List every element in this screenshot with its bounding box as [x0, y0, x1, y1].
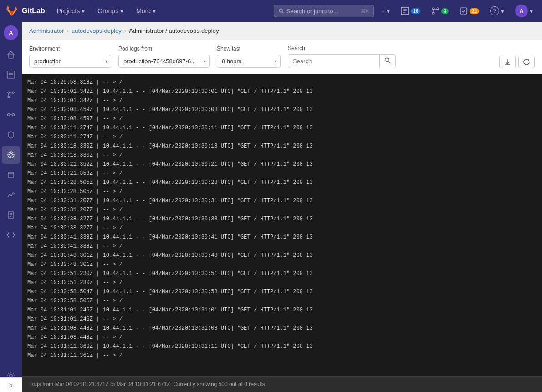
- nav-more[interactable]: More: [132, 5, 160, 17]
- nav-mr-btn[interactable]: 3: [428, 4, 452, 18]
- sidebar-item-security[interactable]: [2, 126, 20, 144]
- more-chevron-icon: [153, 7, 156, 15]
- sidebar-item-issues[interactable]: [2, 66, 20, 84]
- pod-group: Pod logs from production-764c58d697-6...: [118, 46, 210, 68]
- user-chevron-icon: [530, 7, 533, 15]
- packages-icon: [7, 171, 15, 179]
- time-group: Show last 1 hour 3 hours 8 hours 24 hour…: [217, 46, 281, 68]
- environment-select[interactable]: production staging development: [29, 55, 111, 68]
- log-line: Mar 04 10:29:58.318Z | -- > /: [22, 78, 542, 87]
- nav-plus-btn[interactable]: +: [378, 5, 394, 17]
- log-line: Mar 04 10:31:08.448Z | -- > /: [22, 333, 542, 342]
- log-container[interactable]: Mar 04 10:29:58.318Z | -- > /Mar 04 10:3…: [22, 74, 542, 376]
- pod-label: Pod logs from: [118, 46, 210, 52]
- sidebar-item-packages[interactable]: [2, 166, 20, 184]
- shield-icon: [7, 131, 15, 139]
- mr-sidebar-icon: [7, 91, 15, 99]
- search-group: Search: [288, 45, 396, 68]
- status-bar: Logs from Mar 04 02:31:21.671Z to Mar 04…: [22, 376, 542, 392]
- projects-chevron-icon: [82, 7, 85, 15]
- nav-projects[interactable]: Projects: [52, 5, 90, 17]
- log-line: Mar 04 10:30:58.505Z | -- > /: [22, 296, 542, 305]
- analytics-icon: [7, 191, 15, 199]
- log-line: Mar 04 10:31:11.361Z | -- > /: [22, 351, 542, 360]
- gitlab-logo[interactable]: GitLab: [5, 5, 45, 17]
- wiki-icon: [7, 211, 15, 219]
- svg-line-37: [389, 61, 391, 64]
- breadcrumb: Administrator › autodevops-deploy › Admi…: [22, 22, 542, 40]
- todos-badge: 21: [470, 8, 479, 14]
- time-select[interactable]: 1 hour 3 hours 8 hours 24 hours 3 days 7…: [217, 55, 281, 68]
- svg-point-16: [8, 92, 10, 93]
- time-select-wrapper: 1 hour 3 hours 8 hours 24 hours 3 days 7…: [217, 55, 281, 68]
- environment-select-wrapper: production staging development: [29, 55, 111, 68]
- log-line: Mar 04 10:30:58.504Z | 10.44.1.1 - - [04…: [22, 287, 542, 296]
- log-line: Mar 04 10:30:11.274Z | 10.44.1.1 - - [04…: [22, 123, 542, 132]
- issues-badge: 16: [411, 8, 420, 14]
- log-line: Mar 04 10:30:31.207Z | -- > /: [22, 205, 542, 214]
- svg-point-6: [432, 8, 434, 10]
- nav-help-btn[interactable]: ?: [486, 4, 508, 18]
- log-line: Mar 04 10:30:31.207Z | 10.44.1.1 - - [04…: [22, 196, 542, 205]
- search-box: [288, 54, 396, 68]
- time-label: Show last: [217, 46, 281, 52]
- pod-select[interactable]: production-764c58d697-6...: [118, 55, 210, 68]
- svg-point-17: [8, 96, 10, 98]
- svg-point-24: [10, 153, 12, 156]
- log-line: Mar 04 10:31:11.360Z | 10.44.1.1 - - [04…: [22, 342, 542, 351]
- log-line: Mar 04 10:30:08.459Z | -- > /: [22, 114, 542, 123]
- issues-icon: [401, 7, 409, 15]
- pod-select-wrapper: production-764c58d697-6...: [118, 55, 210, 68]
- refresh-icon: [523, 59, 530, 65]
- action-buttons: [499, 56, 535, 68]
- log-line: Mar 04 10:30:48.301Z | -- > /: [22, 260, 542, 269]
- breadcrumb-sep1: ›: [67, 27, 69, 34]
- sidebar-item-mr[interactable]: [2, 86, 20, 104]
- environment-label: Environment: [29, 46, 111, 52]
- search-icon: [384, 57, 391, 64]
- log-line: Mar 04 10:30:01.342Z | -- > /: [22, 96, 542, 105]
- log-line: Mar 04 10:31:01.246Z | 10.44.1.1 - - [04…: [22, 305, 542, 315]
- refresh-button[interactable]: [518, 56, 535, 68]
- nav-search-icon: [279, 8, 284, 14]
- sidebar-item-operations[interactable]: [2, 146, 20, 164]
- log-line: Mar 04 10:30:38.327Z | 10.44.1.1 - - [04…: [22, 214, 542, 224]
- breadcrumb-sep2: ›: [124, 27, 126, 34]
- sidebar-item-snippets[interactable]: [2, 226, 20, 244]
- log-line: Mar 04 10:30:01.342Z | 10.44.1.1 - - [04…: [22, 87, 542, 96]
- sidebar-item-analytics[interactable]: [2, 186, 20, 204]
- log-line: Mar 04 10:30:11.274Z | -- > /: [22, 132, 542, 142]
- operations-icon: [7, 151, 15, 159]
- gitlab-logo-text: GitLab: [22, 7, 45, 15]
- svg-point-21: [12, 114, 15, 116]
- nav-groups[interactable]: Groups: [93, 5, 128, 17]
- search-button[interactable]: [379, 55, 395, 68]
- breadcrumb-current: Administrator / autodevops-deploy: [129, 27, 219, 34]
- log-line: Mar 04 10:30:28.505Z | -- > /: [22, 187, 542, 196]
- nav-todos-btn[interactable]: 21: [456, 4, 483, 18]
- controls-bar: Environment production staging developme…: [22, 40, 542, 74]
- breadcrumb-project[interactable]: autodevops-deploy: [72, 27, 122, 34]
- sidebar-item-cicd[interactable]: [2, 106, 20, 124]
- nav-issues-btn[interactable]: 16: [397, 4, 424, 18]
- sidebar-avatar: A: [4, 25, 18, 40]
- breadcrumb-root[interactable]: Administrator: [29, 27, 64, 34]
- nav-search-input[interactable]: [286, 8, 358, 15]
- snippets-icon: [7, 231, 15, 239]
- sidebar-item-wiki[interactable]: [2, 206, 20, 224]
- environment-group: Environment production staging developme…: [29, 46, 111, 68]
- download-button[interactable]: [499, 56, 516, 68]
- user-avatar: A: [515, 5, 528, 17]
- log-line: Mar 04 10:31:01.246Z | -- > /: [22, 315, 542, 324]
- top-nav: GitLab Projects Groups More ⌘K + 16: [0, 0, 542, 22]
- log-search-input[interactable]: [288, 55, 379, 67]
- nav-search-box[interactable]: ⌘K: [274, 5, 374, 17]
- sidebar-collapse-btn[interactable]: «: [0, 377, 22, 392]
- svg-point-0: [279, 9, 282, 12]
- svg-point-7: [432, 12, 434, 14]
- sidebar-item-home[interactable]: [2, 46, 20, 64]
- nav-user-btn[interactable]: A: [511, 2, 537, 20]
- log-line: Mar 04 10:30:28.505Z | 10.44.1.1 - - [04…: [22, 178, 542, 187]
- log-line: Mar 04 10:30:38.327Z | -- > /: [22, 224, 542, 233]
- todos-icon: [460, 7, 468, 15]
